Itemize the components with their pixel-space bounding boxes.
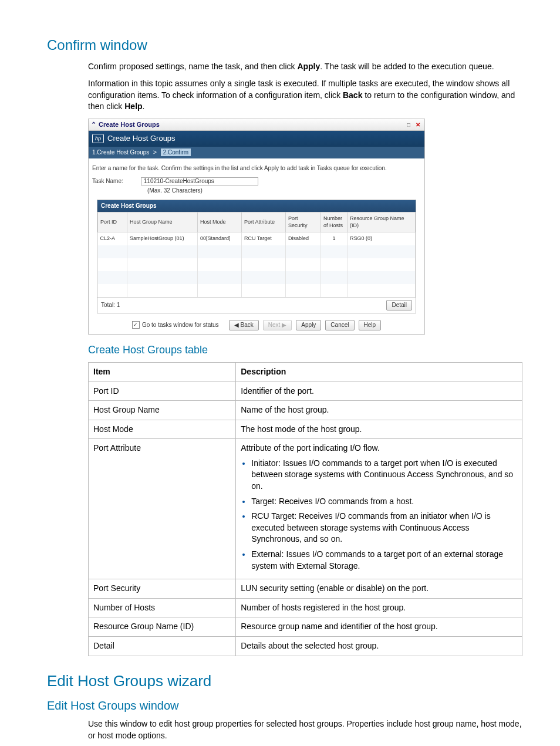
dialog-footer: ✓ Go to tasks window for status ◀Back Ne… <box>89 317 424 334</box>
task-name-label: Task Name: <box>92 177 123 185</box>
cell-resource-group: RSG0 (0) <box>348 232 416 245</box>
confirm-paragraph-1: Confirm proposed settings, name the task… <box>88 61 525 73</box>
edit-host-groups-wizard-heading: Edit Host Groups wizard <box>47 670 525 691</box>
col-host-mode[interactable]: Host Mode <box>198 212 242 232</box>
help-bold: Help <box>124 102 142 111</box>
desc-text: Name of the host group. <box>236 401 522 420</box>
cancel-button[interactable]: Cancel <box>325 320 354 330</box>
back-bold: Back <box>343 90 362 100</box>
dialog-title: Create Host Groups <box>107 133 176 144</box>
confirm-paragraph-2: Information in this topic assumes only a… <box>88 78 525 113</box>
text: Confirm proposed settings, name the task… <box>88 62 297 71</box>
col-port-attribute[interactable]: Port Attribute <box>242 212 286 232</box>
list-item: Target: Receives I/O commands from a hos… <box>251 496 517 508</box>
text: . <box>143 102 145 111</box>
desc-text: Number of hosts registered in the host g… <box>236 598 522 617</box>
desc-item: Host Group Name <box>89 401 236 420</box>
desc-item: Detail <box>89 637 236 656</box>
instruction-text: Enter a name for the task. Confirm the s… <box>89 158 424 176</box>
total-label: Total: 1 <box>101 301 120 309</box>
breadcrumb-step-2: 2.Confirm <box>161 148 191 156</box>
window-title: Create Host Groups <box>99 120 160 129</box>
cell-host-mode: 00[Standard] <box>198 232 242 245</box>
go-tasks-checkbox[interactable]: ✓ <box>132 321 140 329</box>
col-port-security[interactable]: Port Security <box>286 212 321 232</box>
cell-port-attribute: RCU Target <box>242 232 286 245</box>
host-groups-table: Port ID Host Group Name Host Mode Port A… <box>97 212 416 297</box>
description-table: Item Description Port ID Identifier of t… <box>88 362 522 656</box>
panel-header: Create Host Groups <box>97 200 416 212</box>
desc-hdr-description: Description <box>236 362 522 382</box>
cell-num-hosts: 1 <box>321 232 348 245</box>
desc-item: Port Attribute <box>89 439 236 579</box>
back-button[interactable]: ◀Back <box>229 320 259 330</box>
desc-hdr-item: Item <box>89 362 236 382</box>
table-row[interactable]: CL2-A SampleHostGroup (01) 00[Standard] … <box>98 232 416 245</box>
next-button: Next▶ <box>263 320 292 330</box>
screenshot-create-host-groups: ⌃ Create Host Groups □ ✕ hp Create Host … <box>88 119 425 335</box>
window-titlebar: ⌃ Create Host Groups □ ✕ <box>89 119 424 131</box>
cell-port-security: Disabled <box>286 232 321 245</box>
triangle-right-icon: ▶ <box>282 321 286 329</box>
desc-text: Attribute of the port indicating I/O flo… <box>236 439 522 579</box>
text: . The task will be added to the executio… <box>320 62 494 71</box>
breadcrumb-sep: > <box>153 149 157 156</box>
cell-port-id: CL2-A <box>98 232 127 245</box>
desc-text: LUN security setting (enable or disable)… <box>236 579 522 599</box>
breadcrumb: 1.Create Host Groups > 2.Confirm <box>89 147 424 158</box>
back-label: Back <box>241 321 254 329</box>
desc-text: The host mode of the host group. <box>236 420 522 439</box>
triangle-left-icon: ◀ <box>234 321 239 329</box>
col-num-hosts[interactable]: Number of Hosts <box>321 212 348 232</box>
breadcrumb-step-1: 1.Create Host Groups <box>92 149 149 156</box>
create-host-groups-panel: Create Host Groups Port ID Host Group Na… <box>97 200 416 313</box>
task-name-input[interactable]: 110210-CreateHostGroups <box>141 177 258 185</box>
desc-intro: Attribute of the port indicating I/O flo… <box>241 443 380 453</box>
collapse-icon[interactable]: ⌃ <box>91 120 96 129</box>
create-host-groups-table-heading: Create Host Groups table <box>88 343 525 357</box>
desc-text: Details about the selected host group. <box>236 637 522 656</box>
next-label: Next <box>268 321 281 329</box>
col-host-group-name[interactable]: Host Group Name <box>127 212 198 232</box>
go-tasks-label: Go to tasks window for status <box>142 321 219 329</box>
desc-item: Host Mode <box>89 420 236 439</box>
col-resource-group[interactable]: Resource Group Name (ID) <box>348 212 416 232</box>
desc-item: Port ID <box>89 382 236 401</box>
desc-item: Resource Group Name (ID) <box>89 617 236 637</box>
list-item: External: Issues I/O commands to a targe… <box>251 549 517 572</box>
list-item: RCU Target: Receives I/O commands from a… <box>251 511 517 545</box>
close-icon[interactable]: ✕ <box>414 121 422 129</box>
edit-host-groups-paragraph: Use this window to edit host group prope… <box>88 718 525 741</box>
maximize-icon[interactable]: □ <box>404 121 413 129</box>
desc-item: Number of Hosts <box>89 598 236 617</box>
apply-bold: Apply <box>297 62 320 71</box>
desc-text: Resource group name and identifier of th… <box>236 617 522 637</box>
confirm-window-heading: Confirm window <box>47 35 525 55</box>
apply-button[interactable]: Apply <box>296 320 321 330</box>
detail-button[interactable]: Detail <box>386 300 412 310</box>
dialog-header: hp Create Host Groups <box>89 131 424 146</box>
help-button[interactable]: Help <box>359 320 382 330</box>
edit-host-groups-window-heading: Edit Host Groups window <box>47 697 525 714</box>
list-item: Initiator: Issues I/O commands to a targ… <box>251 458 517 492</box>
task-name-hint: (Max. 32 Characters) <box>89 187 424 200</box>
desc-item: Port Security <box>89 579 236 599</box>
col-port-id[interactable]: Port ID <box>98 212 127 232</box>
desc-text: Identifier of the port. <box>236 382 522 401</box>
hp-logo-icon: hp <box>92 134 104 143</box>
cell-host-group-name: SampleHostGroup (01) <box>127 232 198 245</box>
